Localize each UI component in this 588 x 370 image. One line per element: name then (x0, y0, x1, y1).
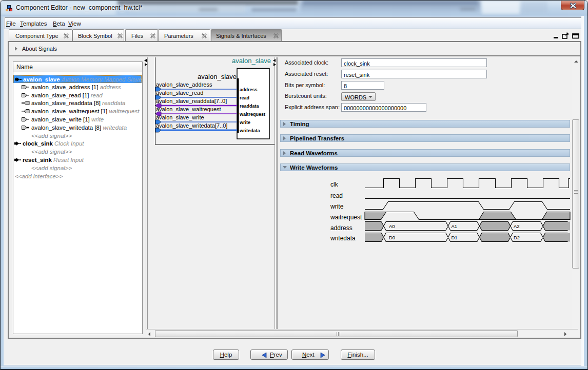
svg-text:waitrequest: waitrequest (239, 112, 265, 117)
svg-text:readdata: readdata (240, 104, 260, 109)
svg-text:avalon_slave_writedata[7..0]: avalon_slave_writedata[7..0] (156, 122, 227, 129)
svg-text:avalon_slave: avalon_slave (198, 73, 237, 80)
svg-text:D2: D2 (514, 235, 520, 240)
svg-text:A1: A1 (452, 223, 458, 229)
svg-text:avalon_slave_read: avalon_slave_read (156, 90, 203, 96)
svg-text:D1: D1 (452, 235, 458, 240)
svg-text:A2: A2 (514, 223, 520, 229)
svg-text:write: write (239, 120, 250, 125)
svg-text:writedata: writedata (330, 235, 356, 242)
svg-text:waitrequest: waitrequest (330, 214, 362, 221)
svg-text:avalon_slave_address: avalon_slave_address (156, 81, 212, 88)
svg-text:address: address (240, 87, 258, 92)
svg-text:writedata: writedata (239, 128, 261, 133)
svg-text:D0: D0 (389, 235, 395, 240)
svg-text:address: address (330, 224, 352, 232)
svg-text:clk: clk (330, 181, 339, 188)
svg-text:avalon_slave_waitrequest: avalon_slave_waitrequest (156, 106, 221, 112)
svg-text:read: read (330, 192, 343, 199)
svg-text:read: read (240, 95, 249, 100)
svg-text:avalon_slave_write: avalon_slave_write (156, 114, 204, 120)
svg-text:write: write (330, 203, 344, 210)
svg-text:avalon_slave_readdata[7..0]: avalon_slave_readdata[7..0] (156, 98, 227, 104)
svg-text:A0: A0 (389, 223, 395, 229)
svg-text:avalon_slave: avalon_slave (232, 57, 271, 65)
